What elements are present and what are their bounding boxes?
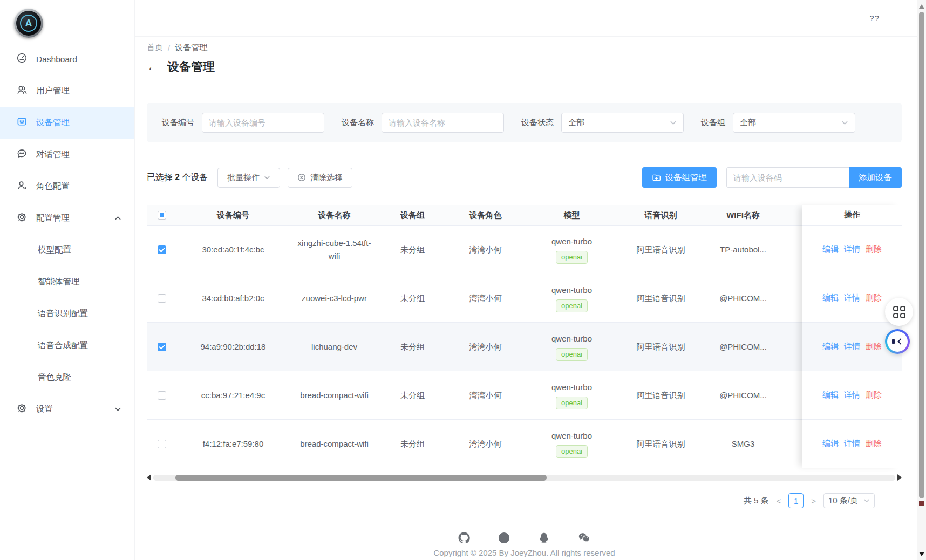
detail-link[interactable]: 详情 bbox=[844, 293, 860, 303]
app-root: A Dashboard 用户管理 设备管理 bbox=[0, 0, 917, 560]
sidebar-subitem-voice-clone[interactable]: 音色克隆 bbox=[0, 361, 134, 393]
sidebar-item-dashboard[interactable]: Dashboard bbox=[0, 43, 134, 75]
cell-model: qwen-turboopenai bbox=[525, 235, 619, 263]
edit-link[interactable]: 编辑 bbox=[822, 244, 839, 255]
scroll-up-arrow-icon[interactable] bbox=[919, 2, 924, 9]
filter-device-name: 设备名称 bbox=[342, 113, 504, 133]
sidebar-subitem-label: 智能体管理 bbox=[38, 276, 80, 288]
device-code-add-input[interactable] bbox=[726, 167, 849, 188]
next-page-button[interactable]: > bbox=[810, 496, 817, 506]
row-checkbox[interactable] bbox=[158, 294, 166, 303]
cell-device-role: 湾湾小何 bbox=[446, 438, 525, 450]
device-group-select[interactable]: 全部 bbox=[733, 113, 855, 133]
cell-device-group: 未分组 bbox=[379, 292, 446, 304]
detail-link[interactable]: 详情 bbox=[844, 390, 860, 400]
delete-link[interactable]: 删除 bbox=[866, 244, 882, 255]
assistant-robot-button[interactable] bbox=[885, 329, 910, 354]
cell-device-name: lichuang-dev bbox=[290, 340, 379, 353]
device-code-input[interactable] bbox=[202, 113, 324, 133]
select-value: 全部 bbox=[568, 118, 584, 128]
pagination: 共 5 条 < 1 > 10 条/页 bbox=[147, 493, 902, 508]
detail-link[interactable]: 详情 bbox=[844, 342, 860, 352]
detail-link[interactable]: 详情 bbox=[844, 244, 860, 255]
delete-link[interactable]: 删除 bbox=[866, 439, 882, 449]
sidebar-subitem-model-config[interactable]: 模型配置 bbox=[0, 234, 134, 266]
qq-icon[interactable] bbox=[538, 532, 550, 544]
app-logo: A bbox=[14, 9, 43, 38]
edit-link[interactable]: 编辑 bbox=[822, 293, 839, 303]
row-checkbox[interactable] bbox=[158, 440, 166, 448]
breadcrumb: 首页 / 设备管理 bbox=[147, 42, 902, 53]
cell-asr: 阿里语音识别 bbox=[619, 438, 703, 450]
vertical-scrollbar[interactable] bbox=[917, 0, 926, 560]
device-group-manage-button[interactable]: 设备组管理 bbox=[642, 167, 717, 188]
scroll-right-arrow-icon[interactable] bbox=[897, 474, 902, 481]
row-actions: 编辑 详情 删除 bbox=[802, 371, 902, 420]
wechat-icon[interactable] bbox=[578, 532, 591, 544]
col-header: 模型 bbox=[525, 209, 619, 221]
sidebar-subitem-asr-config[interactable]: 语音识别配置 bbox=[0, 298, 134, 330]
cell-device-code: f4:12:fa:e7:59:80 bbox=[176, 438, 290, 450]
row-checkbox[interactable] bbox=[158, 391, 166, 400]
cell-device-name: bread-compact-wifi bbox=[290, 389, 379, 401]
sidebar-item-roles[interactable]: 角色配置 bbox=[0, 170, 134, 202]
row-checkbox[interactable] bbox=[158, 245, 166, 254]
footer-icons bbox=[458, 532, 591, 544]
sidebar-item-label: 对话管理 bbox=[36, 149, 121, 160]
model-provider-tag: openai bbox=[556, 299, 588, 312]
batch-actions-button[interactable]: 批量操作 bbox=[217, 168, 280, 188]
sidebar-item-conversations[interactable]: 对话管理 bbox=[0, 139, 134, 170]
breadcrumb-home[interactable]: 首页 bbox=[147, 43, 163, 53]
title-row: ← 设备管理 bbox=[147, 57, 902, 77]
horizontal-scroll-track[interactable] bbox=[153, 475, 895, 481]
device-status-select[interactable]: 全部 bbox=[561, 113, 684, 133]
edit-link[interactable]: 编辑 bbox=[822, 342, 839, 352]
selected-count: 2 bbox=[175, 173, 180, 182]
vertical-scroll-thumb[interactable] bbox=[919, 12, 924, 498]
page-size-select[interactable]: 10 条/页 bbox=[823, 493, 875, 508]
row-checkbox[interactable] bbox=[158, 343, 166, 351]
cell-wifi: TP-autobol... bbox=[703, 243, 784, 256]
select-all-checkbox[interactable] bbox=[158, 211, 166, 220]
delete-link[interactable]: 删除 bbox=[866, 390, 882, 400]
role-icon bbox=[16, 180, 28, 193]
dashboard-icon bbox=[16, 52, 28, 66]
cell-device-role: 湾湾小何 bbox=[446, 389, 525, 401]
sidebar-item-config[interactable]: 配置管理 bbox=[0, 202, 134, 234]
edit-link[interactable]: 编辑 bbox=[822, 390, 839, 400]
device-name-input[interactable] bbox=[382, 113, 504, 133]
col-header: WIFI名称 bbox=[703, 209, 784, 221]
col-header: 设备名称 bbox=[290, 209, 379, 221]
cell-device-role: 湾湾小何 bbox=[446, 243, 525, 256]
scroll-down-arrow-icon[interactable] bbox=[919, 552, 924, 559]
copyright-text: Copyright © 2025 By JoeyZhou. All rights… bbox=[433, 548, 615, 557]
floating-widgets bbox=[885, 298, 913, 354]
filter-device-code: 设备编号 bbox=[162, 113, 324, 133]
sidebar-item-users[interactable]: 用户管理 bbox=[0, 75, 134, 107]
scroll-left-arrow-icon[interactable] bbox=[147, 474, 151, 481]
filter-device-status: 设备状态 全部 bbox=[521, 113, 684, 133]
toolbar: 已选择2个设备 批量操作 清除选择 设备组管理 添加设备 bbox=[147, 167, 902, 188]
device-icon bbox=[16, 116, 28, 129]
clear-selection-button[interactable]: 清除选择 bbox=[288, 168, 352, 188]
horizontal-scroll-thumb[interactable] bbox=[175, 475, 547, 481]
prev-page-button[interactable]: < bbox=[775, 496, 782, 506]
filter-label: 设备编号 bbox=[162, 118, 194, 128]
detail-link[interactable]: 详情 bbox=[844, 439, 860, 449]
sidebar-subitem-tts-config[interactable]: 语音合成配置 bbox=[0, 330, 134, 361]
sidebar-item-devices[interactable]: 设备管理 bbox=[0, 107, 134, 139]
cell-device-code: 30:ed:a0:1f:4c:bc bbox=[176, 243, 290, 256]
sidebar-item-settings[interactable]: 设置 bbox=[0, 393, 134, 425]
app-grid-widget-button[interactable] bbox=[885, 298, 913, 326]
gitee-icon[interactable] bbox=[498, 532, 510, 544]
github-icon[interactable] bbox=[458, 532, 470, 544]
sidebar-subitem-agent-manage[interactable]: 智能体管理 bbox=[0, 266, 134, 298]
back-arrow-icon[interactable]: ← bbox=[147, 61, 159, 73]
delete-link[interactable]: 删除 bbox=[866, 342, 882, 352]
user-indicator[interactable]: ?? bbox=[869, 13, 880, 23]
edit-link[interactable]: 编辑 bbox=[822, 439, 839, 449]
current-page-button[interactable]: 1 bbox=[788, 493, 804, 508]
delete-link[interactable]: 删除 bbox=[866, 293, 882, 303]
model-provider-tag: openai bbox=[556, 397, 588, 409]
add-device-button[interactable]: 添加设备 bbox=[849, 167, 902, 188]
